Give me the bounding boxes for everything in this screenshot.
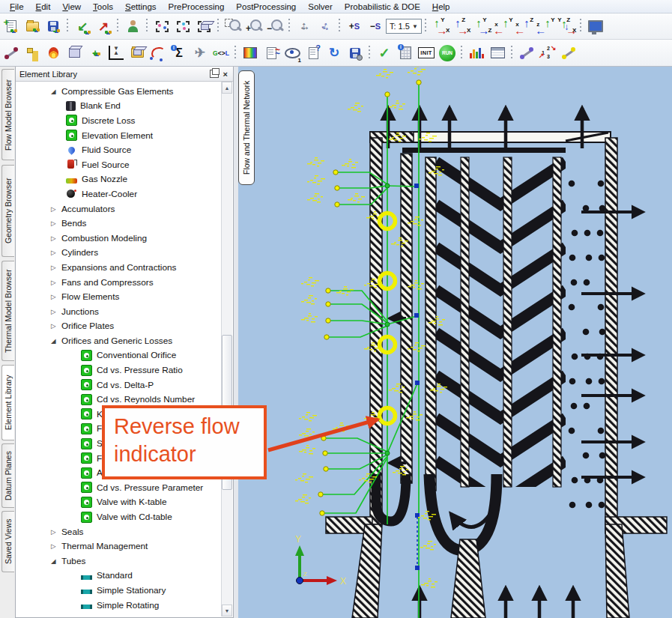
run-button[interactable]: RUN xyxy=(437,43,458,64)
float-panel-icon[interactable] xyxy=(210,70,219,78)
view-x-z-button[interactable]: ↑Z←x xyxy=(514,16,535,37)
tree-item-flow-elements[interactable]: ▷Flow Elements xyxy=(16,289,222,304)
text-size-dropdown[interactable]: T: 1.5▼ xyxy=(386,16,422,37)
tree-item-conventional-orifice[interactable]: Conventional Orifice xyxy=(16,348,222,363)
tree-item-bends[interactable]: ▷Bends xyxy=(16,216,222,231)
expand-icon[interactable]: ▷ xyxy=(51,308,61,315)
tab-geometry-browser[interactable]: Geometry Browser xyxy=(1,165,14,257)
view-y-x-button[interactable]: ↑Y→X xyxy=(430,16,451,37)
tree-item-fluid-source[interactable]: Fluid Source xyxy=(16,142,222,157)
menu-edit[interactable]: Edit xyxy=(30,1,57,12)
aircraft-engine-button[interactable]: ✈ xyxy=(190,43,211,64)
expand-icon[interactable]: ▷ xyxy=(51,542,61,550)
menu-tools[interactable]: Tools xyxy=(87,1,119,12)
tree-item-heater-cooler[interactable]: Heater-Cooler xyxy=(16,187,222,202)
tab-datum-planes[interactable]: Datum Planes xyxy=(1,443,14,508)
view-results-button[interactable]: 1 xyxy=(282,43,303,64)
increase-symbol-size-button[interactable]: +S xyxy=(344,16,365,37)
tree-item-fuel-source[interactable]: Fuel Source xyxy=(16,157,222,172)
decrease-symbol-size-button[interactable]: −S xyxy=(365,16,386,37)
select-network-button[interactable] xyxy=(172,16,193,37)
tree-item-seals[interactable]: ▷Seals xyxy=(16,524,222,539)
select-solid-button[interactable] xyxy=(193,16,214,37)
report-curves-button[interactable]: ~~ xyxy=(261,43,282,64)
tree-item-valve-with-k-table[interactable]: Valve with K-table xyxy=(16,495,222,510)
model-canvas[interactable]: Flow and Thermal Network xyxy=(238,66,672,618)
zoom-out-button[interactable]: − xyxy=(264,16,285,37)
combustion-button[interactable] xyxy=(43,43,64,64)
view-x-y-button[interactable]: ↑Y←x xyxy=(493,16,514,37)
view-y-z-button[interactable]: ↑Y→Z xyxy=(472,16,493,37)
summation-info-button[interactable]: Σi xyxy=(169,43,190,64)
select-elements-button[interactable] xyxy=(151,16,172,37)
tree-item-discrete-loss[interactable]: Discrete Loss xyxy=(16,113,222,128)
tree-item-expansions-and-contractions[interactable]: ▷Expansions and Contractions xyxy=(16,260,222,275)
refresh-button[interactable]: ↻ xyxy=(324,43,345,64)
results-table-button[interactable] xyxy=(487,43,508,64)
tree-item-compressible-gas-elements[interactable]: ◢Compressible Gas Elements xyxy=(16,84,222,99)
snapshot-button[interactable] xyxy=(345,43,366,64)
tree-item-cd-vs-pressure-parameter[interactable]: Cd vs. Pressure Parameter xyxy=(16,480,222,495)
global-local-button[interactable]: G<>L xyxy=(211,43,231,64)
collapse-icon[interactable]: ◢ xyxy=(51,88,61,95)
open-model-button[interactable] xyxy=(22,16,43,37)
tree-item-junctions[interactable]: ▷Junctions xyxy=(16,304,222,319)
tab-element-library[interactable]: Element Library xyxy=(1,365,14,440)
scroll-down-button[interactable]: ▼ xyxy=(222,605,232,617)
pan-button[interactable]: ↔↕ xyxy=(294,16,315,37)
save-model-button[interactable] xyxy=(43,16,64,37)
tree-item-accumulators[interactable]: ▷Accumulators xyxy=(16,202,222,216)
tree-item-orifice-plates[interactable]: ▷Orifice Plates xyxy=(16,319,222,334)
new-model-button[interactable]: + xyxy=(1,16,22,37)
expand-icon[interactable]: ▷ xyxy=(51,234,61,242)
init-button[interactable]: INIT xyxy=(416,43,437,64)
reverse-link-button[interactable] xyxy=(558,43,579,64)
tree-item-gas-nozzle[interactable]: Gas Nozzle xyxy=(16,172,222,187)
tree-item-simple-stationary[interactable]: Simple Stationary xyxy=(16,583,222,598)
zoom-window-button[interactable] xyxy=(223,16,243,37)
tree-item-thermal-management[interactable]: ▷Thermal Management xyxy=(16,539,222,554)
expand-icon[interactable]: ▷ xyxy=(51,205,61,213)
menu-view[interactable]: View xyxy=(56,1,87,12)
canvas-tab-flow-thermal-network[interactable]: Flow and Thermal Network xyxy=(238,70,255,185)
tree-item-tubes[interactable]: ◢Tubes xyxy=(16,554,222,569)
menu-preprocessing[interactable]: PreProcessing xyxy=(163,1,231,12)
menu-settings[interactable]: Settings xyxy=(119,1,163,12)
import-button[interactable]: ↙ xyxy=(72,16,93,37)
tab-flow-model-browser[interactable]: Flow Model Browser xyxy=(1,69,14,160)
close-panel-icon[interactable]: × xyxy=(222,70,229,79)
tree-item-cd-vs-delta-p[interactable]: Cd vs. Delta-P xyxy=(16,378,222,393)
tab-saved-views[interactable]: Saved Views xyxy=(1,511,14,572)
create-link-button[interactable] xyxy=(1,43,22,64)
menu-solver[interactable]: Solver xyxy=(302,1,339,12)
validate-button[interactable]: ✓ xyxy=(374,43,395,64)
calculator-info-button[interactable]: i xyxy=(395,43,416,64)
user-profile-button[interactable] xyxy=(122,16,143,37)
tree-item-cd-vs-pressure-ratio[interactable]: Cd vs. Pressure Ratio xyxy=(16,363,222,378)
view-z-x-button[interactable]: ↑Z→X xyxy=(451,16,472,37)
renumber-button[interactable]: 213↘↗ xyxy=(537,43,558,64)
tree-item-elevation-element[interactable]: Elevation Element xyxy=(16,128,222,143)
expand-icon[interactable]: ▷ xyxy=(51,322,61,330)
expand-icon[interactable]: ▷ xyxy=(51,293,61,300)
spline-curve-button[interactable] xyxy=(148,43,169,64)
zoom-in-button[interactable]: + xyxy=(243,16,264,37)
tree-item-orifices-and-generic-losses[interactable]: ◢Orifices and Generic Losses xyxy=(16,333,222,348)
expand-icon[interactable]: ▷ xyxy=(51,264,61,271)
contour-plot-button[interactable] xyxy=(240,43,261,64)
expand-icon[interactable]: ▷ xyxy=(51,279,61,286)
tab-thermal-model-browser[interactable]: Thermal Model Browser xyxy=(1,261,14,361)
tree-item-simple-rotating[interactable]: Simple Rotating xyxy=(16,598,222,613)
expand-icon[interactable]: ▷ xyxy=(51,219,61,227)
chart-tool-button[interactable]: ▼▲ xyxy=(106,43,127,64)
expand-icon[interactable]: ▷ xyxy=(51,528,61,536)
view-z-y-button[interactable]: ↑Y←z xyxy=(535,16,556,37)
tree-item-cylinders[interactable]: ▷Cylinders xyxy=(16,246,222,261)
chain-elements-button[interactable] xyxy=(516,43,537,64)
doc-help-button[interactable]: ? xyxy=(303,43,324,64)
histogram-button[interactable] xyxy=(466,43,487,64)
menu-file[interactable]: File xyxy=(4,1,30,12)
model-folder-button[interactable] xyxy=(127,43,148,64)
tree-item-standard[interactable]: Standard xyxy=(16,569,222,584)
rotate-view-button[interactable]: ↔↕ xyxy=(315,16,336,37)
